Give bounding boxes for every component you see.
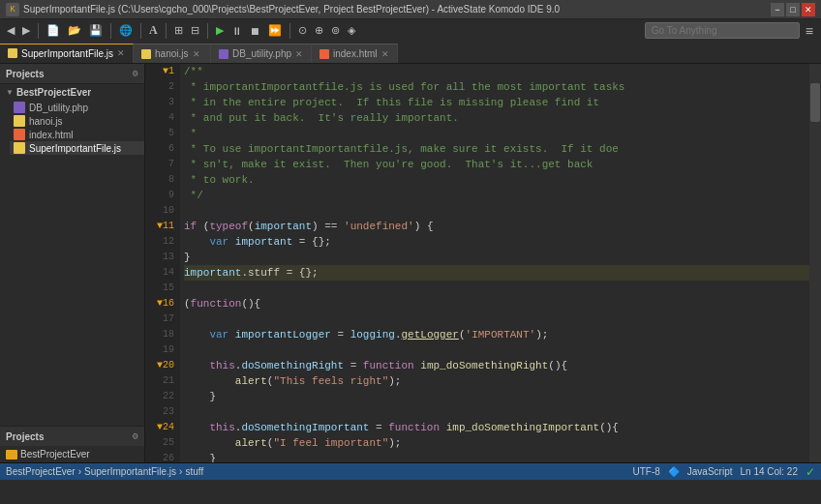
play-button[interactable]: ▶ bbox=[213, 22, 227, 39]
tab-index-html[interactable]: index.html ✕ bbox=[312, 44, 398, 63]
gutter-24: ▼24 bbox=[145, 420, 180, 435]
sidebar-gear-icon[interactable]: ⚙ bbox=[133, 68, 138, 79]
projects-entry-label: BestProjectEver bbox=[20, 449, 90, 460]
vertical-scrollbar[interactable] bbox=[809, 64, 821, 462]
code-line-6: * To use importantImportantfile.js, make… bbox=[184, 141, 821, 157]
gutter-5: 5 bbox=[145, 126, 180, 141]
window-controls: − □ ✕ bbox=[771, 3, 815, 16]
file-icon-php bbox=[14, 102, 25, 113]
main-area: Projects ⚙ ▼ BestProjectEver DB_utility.… bbox=[0, 64, 821, 462]
code-line-25: alert("I feel important"); bbox=[184, 435, 821, 451]
code-line-21: alert("This feels right"); bbox=[184, 373, 821, 389]
tab-label-superimportantfile: SuperImportantFile.js bbox=[21, 48, 113, 59]
file-name-index-html: index.html bbox=[29, 130, 74, 140]
tab-label-db: DB_utility.php bbox=[232, 48, 291, 59]
gutter-22: 22 bbox=[145, 389, 180, 404]
code-line-3: * in the entire project. If this file is… bbox=[184, 95, 821, 110]
code-line-20: this.doSomethingRight = function imp_doS… bbox=[184, 358, 821, 373]
pause-button[interactable]: ⏸ bbox=[228, 23, 245, 39]
back-button[interactable]: ◀ bbox=[4, 22, 17, 39]
step-button[interactable]: ⏩ bbox=[265, 22, 285, 39]
code-line-26: } bbox=[184, 451, 821, 462]
status-breadcrumb: BestProjectEver › SuperImportantFile.js … bbox=[6, 466, 203, 477]
globe-button[interactable]: 🌐 bbox=[116, 22, 136, 39]
code-line-13: } bbox=[184, 250, 821, 265]
tab-close-html[interactable]: ✕ bbox=[381, 49, 389, 59]
status-right: UTF-8 🔷 JavaScript Ln 14 Col: 22 ✓ bbox=[632, 465, 815, 479]
gutter-9: 9 bbox=[145, 188, 180, 203]
gutter-21: 21 bbox=[145, 373, 180, 389]
projects-entry[interactable]: BestProjectEver bbox=[0, 446, 144, 462]
code-line-15 bbox=[184, 281, 821, 296]
tabs-bar: SuperImportantFile.js ✕ hanoi.js ✕ DB_ut… bbox=[0, 43, 821, 64]
file-item-superimportantfile[interactable]: SuperImportantFile.js bbox=[10, 141, 144, 155]
open-file-button[interactable]: 📂 bbox=[65, 22, 84, 39]
maximize-button[interactable]: □ bbox=[786, 3, 800, 16]
code-area[interactable]: ▼1 2 3 4 5 6 7 8 9 10 ▼11 12 13 14 15 ▼1… bbox=[145, 64, 821, 462]
debug-button[interactable]: ⊙ bbox=[295, 22, 310, 39]
gutter-8: 8 bbox=[145, 172, 180, 188]
layout2-button[interactable]: ⊟ bbox=[188, 22, 202, 39]
title-bar: K SuperImportantFile.js (C:\Users\cgcho_… bbox=[0, 0, 821, 19]
gutter-11: ▼11 bbox=[145, 219, 180, 234]
status-position: Ln 14 Col: 22 bbox=[741, 466, 799, 477]
save-button[interactable]: 💾 bbox=[86, 22, 106, 39]
stop-button[interactable]: ⏹ bbox=[247, 23, 263, 39]
layout-button[interactable]: ⊞ bbox=[171, 22, 186, 39]
file-name-superimportant: SuperImportantFile.js bbox=[29, 143, 121, 154]
breadcrumb-file: SuperImportantFile.js bbox=[84, 466, 176, 477]
code-line-8: * to work. bbox=[184, 172, 821, 188]
code-content: /** * importantImportantfile.js is used … bbox=[180, 64, 821, 462]
tab-close-db[interactable]: ✕ bbox=[295, 49, 303, 59]
tab-icon-hanoi bbox=[141, 49, 151, 59]
debug2-button[interactable]: ⊕ bbox=[312, 22, 326, 39]
breadcrumb-scope: stuff bbox=[185, 466, 203, 477]
go-to-anything-input[interactable] bbox=[645, 22, 800, 39]
gutter-15: 15 bbox=[145, 281, 180, 296]
code-line-17 bbox=[184, 311, 821, 327]
tab-hanoi[interactable]: hanoi.js ✕ bbox=[134, 44, 211, 63]
toolbar-row1: ◀ ▶ 📄 📂 💾 🌐 A ⊞ ⊟ ▶ ⏸ ⏹ ⏩ ⊙ ⊕ ⊚ ◈ ≡ bbox=[0, 19, 821, 43]
gutter-19: 19 bbox=[145, 342, 180, 358]
minimize-button[interactable]: − bbox=[771, 3, 784, 16]
editor-area: ▼1 2 3 4 5 6 7 8 9 10 ▼11 12 13 14 15 ▼1… bbox=[145, 64, 821, 462]
code-line-24: this.doSomethingImportant = function imp… bbox=[184, 420, 821, 435]
debug4-button[interactable]: ◈ bbox=[345, 22, 358, 39]
gutter-23: 23 bbox=[145, 404, 180, 420]
gutter-7: 7 bbox=[145, 157, 180, 172]
tab-close-hanoi[interactable]: ✕ bbox=[193, 49, 200, 59]
code-line-14: important.stuff = {}; bbox=[184, 265, 821, 281]
gutter-18: 18 bbox=[145, 327, 180, 342]
file-item-index-html[interactable]: index.html bbox=[10, 128, 144, 141]
status-encoding: UTF-8 bbox=[632, 466, 659, 477]
code-line-23 bbox=[184, 404, 821, 420]
sidebar-lower-gear-icon[interactable]: ⚙ bbox=[133, 430, 138, 442]
gutter-12: 12 bbox=[145, 234, 180, 250]
tab-close-superimportantfile[interactable]: ✕ bbox=[117, 48, 125, 58]
tab-label-html: index.html bbox=[333, 48, 378, 59]
toolbar-sep2 bbox=[110, 23, 111, 39]
code-line-4: * and put it back. It's really important… bbox=[184, 110, 821, 126]
close-button[interactable]: ✕ bbox=[802, 3, 815, 16]
toolbar-sep1 bbox=[38, 23, 39, 39]
sidebar-lower-panel: Projects ⚙ BestProjectEver bbox=[0, 426, 144, 462]
tab-db-utility[interactable]: DB_utility.php ✕ bbox=[211, 44, 312, 63]
file-item-hanoi[interactable]: hanoi.js bbox=[10, 114, 144, 128]
project-label[interactable]: ▼ BestProjectEver bbox=[0, 84, 144, 101]
file-list: DB_utility.php hanoi.js index.html Super… bbox=[0, 101, 144, 155]
status-bar: BestProjectEver › SuperImportantFile.js … bbox=[0, 462, 821, 480]
status-language-icon: 🔷 bbox=[668, 466, 680, 477]
code-line-1: /** bbox=[184, 64, 821, 79]
title-text: SuperImportantFile.js (C:\Users\cgcho_00… bbox=[23, 4, 560, 15]
gutter-20: ▼20 bbox=[145, 358, 180, 373]
gutter-26: 26 bbox=[145, 451, 180, 462]
tab-superimportantfile[interactable]: SuperImportantFile.js ✕ bbox=[0, 44, 134, 63]
forward-button[interactable]: ▶ bbox=[19, 22, 33, 39]
new-file-button[interactable]: 📄 bbox=[44, 22, 63, 39]
gutter-25: 25 bbox=[145, 435, 180, 451]
debug3-button[interactable]: ⊚ bbox=[328, 22, 343, 39]
scrollbar-thumb[interactable] bbox=[810, 83, 820, 122]
font-button[interactable]: A bbox=[146, 21, 161, 40]
menu-button[interactable]: ≡ bbox=[802, 23, 817, 39]
file-item-db-utility[interactable]: DB_utility.php bbox=[10, 101, 144, 114]
